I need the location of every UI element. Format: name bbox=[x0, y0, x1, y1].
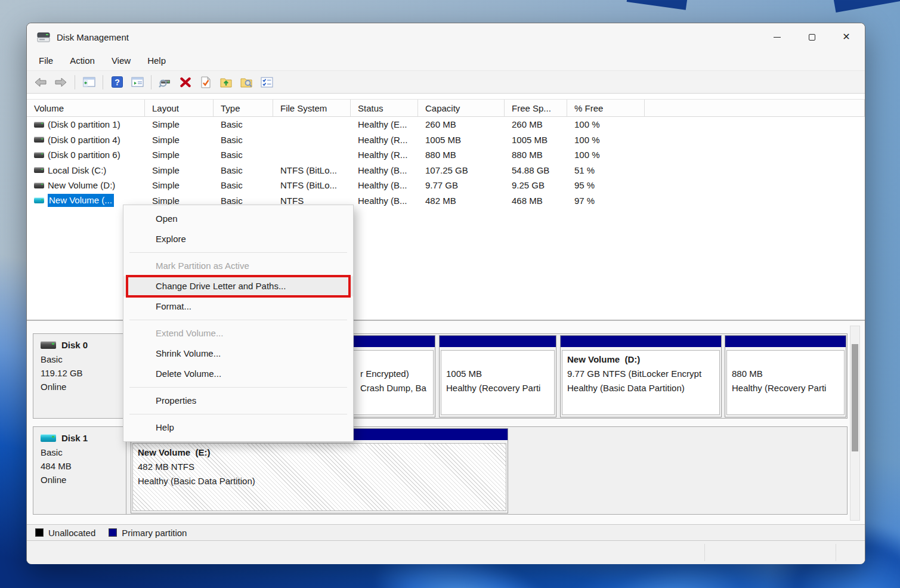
volume-icon bbox=[34, 167, 44, 173]
cell-type: Basic bbox=[214, 135, 273, 145]
cell-status: Healthy (R... bbox=[351, 150, 418, 160]
partition-new-volume-d[interactable]: New Volume (D:) 9.77 GB NTFS (BitLocker … bbox=[560, 335, 722, 417]
status-strip bbox=[27, 541, 865, 564]
legend-primary-partition-label: Primary partition bbox=[122, 528, 187, 538]
folder-search-icon[interactable] bbox=[237, 74, 255, 91]
volume-name: (Disk 0 partition 4) bbox=[48, 135, 120, 145]
table-row[interactable]: (Disk 0 partition 4) Simple Basic Health… bbox=[27, 132, 865, 148]
cell-percent-free: 100 % bbox=[567, 135, 645, 145]
cell-type: Basic bbox=[214, 150, 273, 160]
disk-0-info[interactable]: Disk 0 Basic 119.12 GB Online bbox=[33, 334, 126, 418]
cell-capacity: 1005 MB bbox=[418, 135, 505, 145]
delete-icon[interactable] bbox=[177, 74, 194, 91]
desktop-wallpaper: Disk Management ✕ File Action View Help bbox=[0, 0, 900, 588]
back-icon[interactable] bbox=[32, 74, 50, 91]
cell-status: Healthy (E... bbox=[351, 119, 418, 129]
menu-action[interactable]: Action bbox=[61, 52, 103, 69]
scrollbar-thumb[interactable] bbox=[852, 344, 858, 451]
cell-capacity: 880 MB bbox=[418, 150, 505, 160]
menu-item-change-drive-letter[interactable]: Change Drive Letter and Paths... bbox=[123, 276, 353, 296]
volume-icon bbox=[34, 152, 44, 158]
partition-status: Healthy (Recovery Parti bbox=[732, 381, 839, 395]
volume-name: New Volume (... bbox=[48, 194, 114, 207]
cell-layout: Simple bbox=[145, 135, 214, 145]
check-document-icon[interactable] bbox=[197, 74, 215, 91]
column-header-percent-free[interactable]: % Free bbox=[567, 100, 645, 116]
menu-item-shrink-volume[interactable]: Shrink Volume... bbox=[123, 343, 353, 364]
disk-status: Online bbox=[41, 473, 126, 487]
disk-1-info[interactable]: Disk 1 Basic 484 MB Online bbox=[33, 427, 126, 514]
cell-status: Healthy (R... bbox=[351, 135, 418, 145]
partition-size: 9.77 GB NTFS (BitLocker Encrypt bbox=[567, 367, 715, 381]
table-row[interactable]: New Volume (D:) Simple Basic NTFS (BitLo… bbox=[27, 178, 865, 193]
menu-item-delete-volume[interactable]: Delete Volume... bbox=[123, 364, 353, 384]
maximize-button[interactable] bbox=[794, 23, 829, 51]
column-header-free-space[interactable]: Free Sp... bbox=[505, 100, 567, 116]
partition-status: Healthy (Basic Data Partition) bbox=[138, 474, 501, 488]
column-header-volume[interactable]: Volume bbox=[27, 100, 145, 116]
cell-type: Basic bbox=[214, 165, 273, 175]
close-button[interactable]: ✕ bbox=[829, 23, 864, 51]
view-options-icon[interactable] bbox=[258, 74, 276, 91]
cell-free-space: 260 MB bbox=[505, 119, 567, 129]
column-header-capacity[interactable]: Capacity bbox=[418, 100, 505, 116]
minimize-icon bbox=[774, 37, 781, 38]
volume-name: (Disk 0 partition 1) bbox=[48, 119, 120, 129]
disk-view-icon[interactable] bbox=[156, 74, 174, 91]
disk-management-window: Disk Management ✕ File Action View Help bbox=[26, 23, 865, 564]
cell-status: Healthy (B... bbox=[351, 165, 418, 175]
volume-icon bbox=[34, 182, 44, 188]
console-tree-icon[interactable] bbox=[80, 74, 98, 91]
folder-open-icon[interactable] bbox=[217, 74, 235, 91]
table-row[interactable]: (Disk 0 partition 1) Simple Basic Health… bbox=[27, 117, 865, 132]
primary-partition-swatch bbox=[109, 528, 117, 537]
title-bar[interactable]: Disk Management ✕ bbox=[27, 23, 865, 51]
table-row[interactable]: (Disk 0 partition 6) Simple Basic Health… bbox=[27, 147, 865, 163]
partition-size: 482 MB NTFS bbox=[138, 460, 501, 474]
svg-text:?: ? bbox=[115, 78, 120, 87]
column-header-layout[interactable]: Layout bbox=[145, 100, 214, 116]
action-pane-icon[interactable] bbox=[128, 74, 146, 91]
menu-item-explore[interactable]: Explore bbox=[123, 229, 353, 249]
close-icon: ✕ bbox=[842, 32, 850, 42]
cell-percent-free: 95 % bbox=[567, 180, 645, 190]
disk-drive-icon bbox=[36, 32, 51, 43]
menu-view[interactable]: View bbox=[103, 52, 139, 69]
column-header-status[interactable]: Status bbox=[351, 100, 418, 116]
toolbar-separator bbox=[151, 75, 151, 89]
table-header: Volume Layout Type File System Status Ca… bbox=[27, 99, 865, 117]
help-icon[interactable]: ? bbox=[108, 74, 126, 91]
menu-file[interactable]: File bbox=[30, 52, 61, 69]
partition-label: New Volume (E:) bbox=[138, 445, 501, 460]
disk-size: 484 MB bbox=[41, 459, 126, 473]
toolbar: ? bbox=[27, 71, 865, 94]
vertical-scrollbar[interactable] bbox=[850, 326, 860, 521]
forward-icon[interactable] bbox=[52, 74, 70, 91]
minimize-button[interactable] bbox=[760, 23, 794, 51]
volume-name: New Volume (D:) bbox=[48, 180, 115, 190]
legend-unallocated-label: Unallocated bbox=[48, 528, 95, 538]
disk-icon bbox=[41, 434, 56, 442]
volume-icon bbox=[34, 137, 44, 143]
legend-bar: Unallocated Primary partition bbox=[27, 524, 865, 541]
status-divider bbox=[704, 544, 705, 561]
table-row[interactable]: Local Disk (C:) Simple Basic NTFS (BitLo… bbox=[27, 163, 865, 178]
cell-layout: Simple bbox=[145, 150, 214, 160]
cell-capacity: 482 MB bbox=[418, 196, 505, 206]
partition-recovery-2[interactable]: 880 MB Healthy (Recovery Parti bbox=[725, 335, 846, 417]
column-header-file-system[interactable]: File System bbox=[273, 100, 351, 116]
column-header-type[interactable]: Type bbox=[214, 100, 273, 116]
disk-name: Disk 1 bbox=[61, 433, 88, 443]
cell-type: Basic bbox=[214, 180, 273, 190]
menu-item-help[interactable]: Help bbox=[123, 417, 353, 438]
maximize-icon bbox=[809, 34, 815, 41]
menu-item-properties[interactable]: Properties bbox=[123, 391, 353, 411]
volume-icon bbox=[34, 122, 44, 128]
partition-recovery-1[interactable]: 1005 MB Healthy (Recovery Parti bbox=[439, 335, 556, 417]
menu-bar: File Action View Help bbox=[27, 51, 865, 71]
toolbar-separator bbox=[103, 75, 103, 89]
menu-item-open[interactable]: Open bbox=[123, 209, 353, 229]
menu-help[interactable]: Help bbox=[139, 52, 174, 69]
menu-item-format[interactable]: Format... bbox=[123, 296, 353, 317]
cell-percent-free: 97 % bbox=[567, 196, 645, 206]
